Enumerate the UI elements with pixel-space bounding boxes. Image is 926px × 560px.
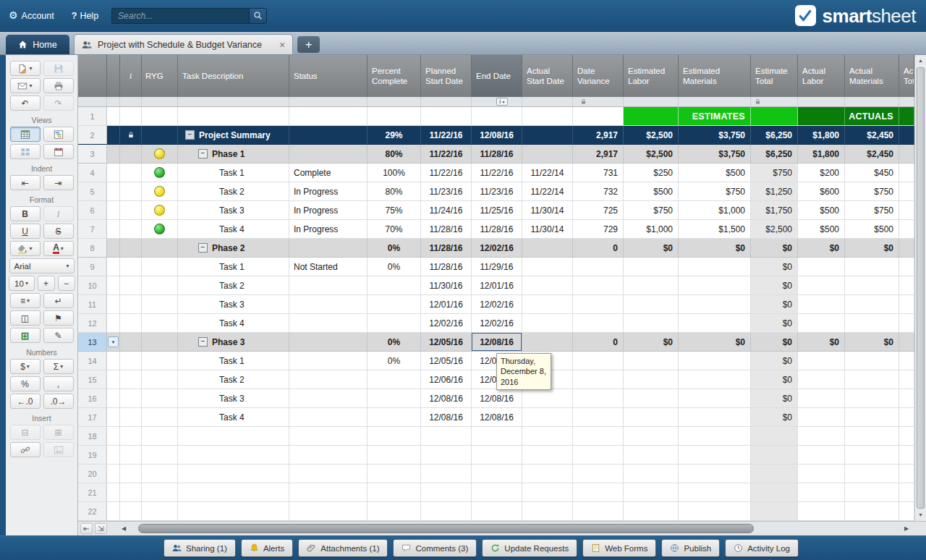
row-info-cell[interactable] [120, 408, 142, 427]
row-number[interactable]: 5 [78, 182, 107, 201]
cell-cut[interactable] [899, 333, 914, 352]
cell-actlabor[interactable] [798, 502, 845, 521]
column-header-estmat[interactable]: Estimated Materials [679, 55, 751, 97]
cell-variance[interactable] [573, 295, 624, 314]
cell-actstart[interactable]: 11/22/14 [522, 182, 573, 201]
cell-ryg[interactable] [142, 164, 178, 182]
cell-estmat[interactable] [679, 389, 751, 408]
cell-ryg[interactable] [142, 427, 178, 446]
column-header-actstart[interactable]: Actual Start Date [522, 55, 573, 97]
cell-task[interactable]: Task 3 [178, 295, 289, 314]
cell-cut[interactable] [899, 182, 914, 201]
align-button[interactable]: ≡▾ [10, 293, 41, 308]
cell-status[interactable] [289, 446, 368, 464]
cell-actlabor[interactable] [798, 389, 845, 408]
cell-task[interactable]: Task 1 [178, 352, 289, 370]
cell-actmat[interactable]: $0 [845, 333, 899, 352]
cell-task[interactable]: Phase 3 [178, 333, 289, 352]
scroll-to-start-icon[interactable]: ⇤ [80, 523, 93, 534]
cell-task[interactable]: Task 4 [178, 408, 289, 427]
close-tab-icon[interactable]: × [279, 39, 285, 51]
cell-pct[interactable] [368, 446, 421, 464]
row-info-cell[interactable] [120, 483, 142, 502]
cell-estmat[interactable]: $3,750 [679, 126, 751, 145]
vertical-scrollbar[interactable] [914, 55, 926, 521]
row-info-cell[interactable] [120, 126, 142, 145]
cell-status[interactable] [289, 145, 368, 164]
column-header-actmat[interactable]: Actual Materials [845, 55, 899, 97]
cell-end[interactable] [472, 464, 522, 483]
increase-decimal-button[interactable]: .0→ [43, 394, 74, 409]
cell-end[interactable]: 11/28/16 [472, 145, 522, 164]
cell-status[interactable] [289, 408, 368, 427]
decrease-font-button[interactable]: − [58, 276, 75, 291]
cell-estlabor[interactable] [624, 352, 679, 370]
cell-esttotal[interactable] [751, 107, 798, 126]
cell-cut[interactable] [899, 239, 914, 258]
cell-planned[interactable]: 11/28/16 [421, 220, 472, 239]
bottom-tab-comments[interactable]: Comments (3) [393, 539, 477, 557]
cell-actstart[interactable] [522, 408, 573, 427]
format-painter-button[interactable]: ✎ [43, 328, 74, 343]
cell-planned[interactable]: 12/05/16 [421, 333, 472, 352]
cell-cut[interactable] [899, 145, 914, 164]
cell-planned[interactable]: 11/28/16 [421, 258, 472, 276]
cell-pct[interactable]: 0% [368, 333, 421, 352]
cell-status[interactable] [289, 427, 368, 446]
cell-cut[interactable] [899, 276, 914, 295]
insert-link-button[interactable] [10, 442, 41, 457]
cell-task[interactable]: Project Summary [178, 126, 289, 145]
column-info-dropdown[interactable]: i▾ [496, 98, 508, 106]
cell-estmat[interactable] [679, 370, 751, 389]
row-number[interactable]: 22 [78, 502, 107, 521]
cell-end[interactable] [472, 446, 522, 464]
collapse-toggle[interactable] [198, 149, 208, 158]
cell-cut[interactable] [899, 201, 914, 220]
cell-variance[interactable] [573, 352, 624, 370]
cell-estmat[interactable]: $1,000 [679, 201, 751, 220]
cell-end[interactable]: 12/08/16 [472, 333, 522, 352]
cell-end[interactable] [472, 427, 522, 446]
cell-variance[interactable]: 732 [573, 182, 624, 201]
cell-ryg[interactable] [142, 314, 178, 333]
cell-end[interactable]: 12/08/16 [472, 408, 522, 427]
cell-actlabor[interactable] [798, 408, 845, 427]
cell-actlabor[interactable]: $200 [798, 164, 845, 182]
column-header-pct[interactable]: Percent Complete [368, 55, 421, 97]
cell-planned[interactable] [421, 464, 472, 483]
cell-estlabor[interactable] [624, 258, 679, 276]
cell-estlabor[interactable] [624, 483, 679, 502]
cell-esttotal[interactable] [751, 483, 798, 502]
vertical-scroll-thumb[interactable] [917, 67, 925, 509]
column-header-task[interactable]: Task Description [178, 55, 289, 97]
cell-ryg[interactable] [142, 239, 178, 258]
new-item-button[interactable]: ▾ [10, 61, 41, 76]
cell-actstart[interactable] [522, 446, 573, 464]
row-info-cell[interactable] [120, 464, 142, 483]
cell-actmat[interactable] [845, 352, 899, 370]
column-header-end[interactable]: End Date [472, 55, 522, 97]
cell-planned[interactable]: 12/01/16 [421, 295, 472, 314]
tab-active-sheet[interactable]: Project with Schedule & Budget Variance … [74, 34, 293, 54]
cell-planned[interactable]: 12/02/16 [421, 314, 472, 333]
cell-actlabor[interactable]: $1,800 [798, 126, 845, 145]
cell-esttotal[interactable]: $2,500 [751, 220, 798, 239]
collapse-toggle[interactable] [185, 130, 195, 140]
row-menu-button[interactable] [108, 336, 119, 347]
row-info-cell[interactable] [120, 370, 142, 389]
cell-pct[interactable] [368, 502, 421, 521]
cell-actmat[interactable] [845, 314, 899, 333]
row-number[interactable]: 19 [78, 446, 107, 464]
cell-estmat[interactable]: $1,500 [679, 220, 751, 239]
cell-estmat[interactable]: $0 [679, 333, 751, 352]
cell-end[interactable]: 12/02/16 [472, 314, 522, 333]
cell-pct[interactable]: 100% [368, 164, 421, 182]
cell-actmat[interactable]: $750 [845, 182, 899, 201]
cell-pct[interactable] [368, 483, 421, 502]
cell-planned[interactable]: 11/22/16 [421, 164, 472, 182]
outdent-button[interactable]: ⇤ [10, 175, 41, 190]
cell-task[interactable] [178, 502, 289, 521]
cell-pct[interactable] [368, 389, 421, 408]
cell-cut[interactable] [899, 164, 914, 182]
row-info-cell[interactable] [120, 446, 142, 464]
